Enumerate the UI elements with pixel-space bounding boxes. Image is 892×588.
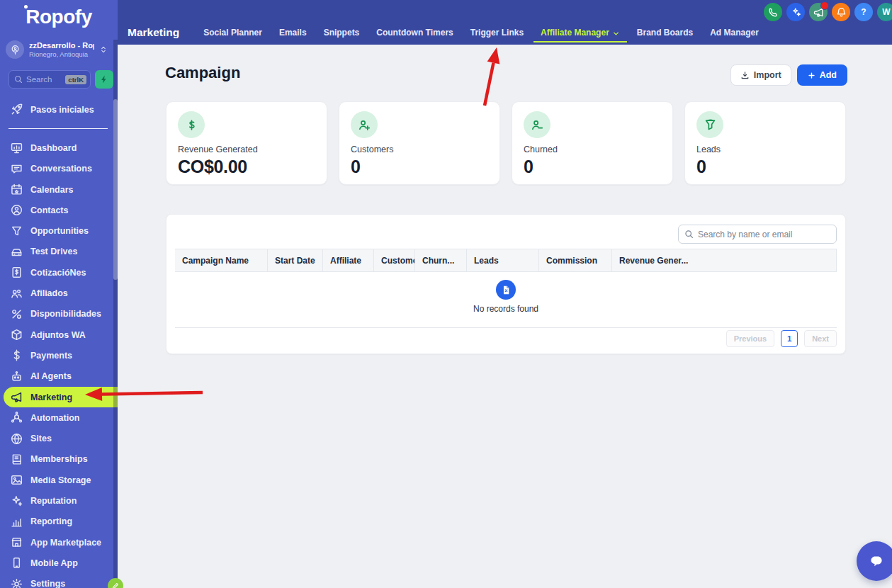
tab-brand-boards[interactable]: Brand Boards xyxy=(628,21,701,45)
availability-icon xyxy=(11,308,23,320)
sidebar-item-test-drives[interactable]: Test Drives xyxy=(0,242,118,262)
megaphone-icon xyxy=(11,391,23,403)
contacts-icon xyxy=(11,204,23,216)
campaigns-table-card: Campaign Name Start Date Affiliate Custo… xyxy=(166,214,846,354)
affiliates-icon xyxy=(11,288,23,300)
sidebar-scrollbar-thumb[interactable] xyxy=(113,99,118,280)
topbar-sparkles-icon[interactable] xyxy=(786,3,805,21)
calendar-icon xyxy=(11,183,23,196)
import-button[interactable]: Import xyxy=(730,64,791,86)
previous-page-button[interactable]: Previous xyxy=(726,330,774,347)
location-pin-icon xyxy=(6,40,24,59)
sidebar-item-contacts[interactable]: Contacts xyxy=(0,200,118,220)
sidebar-item-conversations[interactable]: Conversations xyxy=(0,159,118,179)
sidebar-item-opportunities[interactable]: Opportunities xyxy=(0,220,118,241)
column-campaign-name: Campaign Name xyxy=(175,249,268,271)
sidebar-item-automation[interactable]: Automation xyxy=(0,407,118,428)
stat-card-leads: Leads 0 xyxy=(684,101,846,185)
sidebar-item-sites[interactable]: Sites xyxy=(0,428,118,448)
account-location: Rionegro, Antioquia xyxy=(29,50,94,58)
topbar-bell-icon[interactable] xyxy=(832,3,850,21)
tab-social-planner[interactable]: Social Planner xyxy=(195,21,271,45)
sidebar-item-settings[interactable]: Settings xyxy=(0,574,118,588)
phone-icon xyxy=(768,7,779,18)
tab-snippets[interactable]: Snippets xyxy=(315,21,368,45)
cube-icon xyxy=(11,329,23,341)
account-name: zzDesarrollo - Rop... xyxy=(29,41,94,50)
tab-countdown-timers[interactable]: Countdown Timers xyxy=(368,21,461,45)
main-content: Campaign Import Add Revenue Generated CO… xyxy=(118,45,892,588)
announce-icon xyxy=(813,7,824,18)
payments-icon xyxy=(11,349,23,361)
pencil-icon xyxy=(111,582,120,588)
opportunities-icon xyxy=(11,225,23,237)
media-icon xyxy=(11,474,23,486)
sidebar-item-disponibilidades[interactable]: Disponibilidades xyxy=(0,304,118,324)
sidebar-item-pasos-iniciales[interactable]: Pasos iniciales xyxy=(0,99,118,120)
automation-icon xyxy=(11,412,23,424)
sidebar-item-app-marketplace[interactable]: App Marketplace xyxy=(0,532,118,553)
sidebar-item-afiliados[interactable]: Afiliados xyxy=(0,283,118,303)
tab-emails[interactable]: Emails xyxy=(271,21,315,45)
bell-icon xyxy=(836,7,847,18)
sidebar-item-reputation[interactable]: Reputation xyxy=(0,490,118,511)
sidebar-item-dashboard[interactable]: Dashboard xyxy=(0,137,118,158)
sidebar-item-ai-agents[interactable]: AI Agents xyxy=(0,366,118,387)
topbar-phone-icon[interactable] xyxy=(764,3,782,21)
column-leads: Leads xyxy=(467,249,539,271)
plus-icon xyxy=(808,72,815,79)
tab-ad-manager[interactable]: Ad Manager xyxy=(701,21,767,45)
memberships-icon xyxy=(11,453,23,465)
leads-funnel-icon xyxy=(696,111,723,138)
sidebar-item-mobile-app[interactable]: Mobile App xyxy=(0,553,118,573)
topbar-announce-icon[interactable] xyxy=(809,3,828,21)
table-body: No records found xyxy=(175,272,837,328)
section-title: Marketing xyxy=(128,26,179,39)
topbar-icons: ? W xyxy=(764,3,892,21)
page-number-button[interactable]: 1 xyxy=(781,330,798,347)
chat-widget-button[interactable] xyxy=(857,541,892,581)
sidebar-item-marketing[interactable]: Marketing xyxy=(4,387,118,407)
sidebar-search[interactable]: ctrlK xyxy=(9,70,91,89)
logo-dot xyxy=(24,5,28,9)
column-customers: Customers xyxy=(374,249,415,271)
column-churn: Churn... xyxy=(415,249,467,271)
sidebar-item-reporting[interactable]: Reporting xyxy=(0,511,118,532)
sidebar-item-cotizaci-nes[interactable]: CotizacióNes xyxy=(0,262,118,283)
tab-trigger-links[interactable]: Trigger Links xyxy=(462,21,532,45)
add-button[interactable]: Add xyxy=(797,64,847,86)
column-affiliate: Affiliate xyxy=(323,249,374,271)
sidebar-nav: Pasos iniciales Dashboard Conversations … xyxy=(0,99,118,588)
sidebar-item-memberships[interactable]: Memberships xyxy=(0,449,118,470)
topbar-avatar[interactable]: W xyxy=(877,3,892,21)
next-page-button[interactable]: Next xyxy=(804,330,837,347)
sidebar-item-payments[interactable]: Payments xyxy=(0,345,118,366)
empty-state-text: No records found xyxy=(175,304,837,314)
search-icon xyxy=(14,75,23,84)
table-search-input[interactable] xyxy=(698,230,830,239)
chevron-updown-icon xyxy=(99,45,108,55)
page-title: Campaign xyxy=(165,64,240,82)
tab-affiliate-manager[interactable]: Affiliate Manager xyxy=(532,21,628,45)
bolt-icon xyxy=(99,74,109,84)
robot-icon xyxy=(11,371,23,383)
sidebar: Ropofy zzDesarrollo - Rop... Rionegro, A… xyxy=(0,0,118,588)
sparkles-icon xyxy=(791,7,801,18)
car-icon xyxy=(11,246,23,258)
chat-bubble-icon xyxy=(867,552,886,570)
download-icon xyxy=(740,71,750,80)
sidebar-item-calendars[interactable]: Calendars xyxy=(0,179,118,200)
mobile-icon xyxy=(11,557,23,569)
quick-actions-button[interactable] xyxy=(95,70,113,89)
table-search[interactable] xyxy=(678,225,837,244)
sidebar-search-input[interactable] xyxy=(26,75,62,84)
reputation-icon xyxy=(11,494,23,507)
stat-card-churned: Churned 0 xyxy=(512,101,673,185)
stats-row: Revenue Generated CO$0.00 Customers 0 Ch… xyxy=(166,101,846,185)
globe-icon xyxy=(11,433,23,445)
account-switcher[interactable]: zzDesarrollo - Rop... Rionegro, Antioqui… xyxy=(0,40,113,59)
topnav-tabs: Social Planner Emails Snippets xyxy=(195,21,767,45)
sidebar-item-media-storage[interactable]: Media Storage xyxy=(0,470,118,490)
sidebar-item-adjuntos-wa[interactable]: Adjuntos WA xyxy=(0,324,118,345)
topbar-help-icon[interactable]: ? xyxy=(854,3,873,21)
